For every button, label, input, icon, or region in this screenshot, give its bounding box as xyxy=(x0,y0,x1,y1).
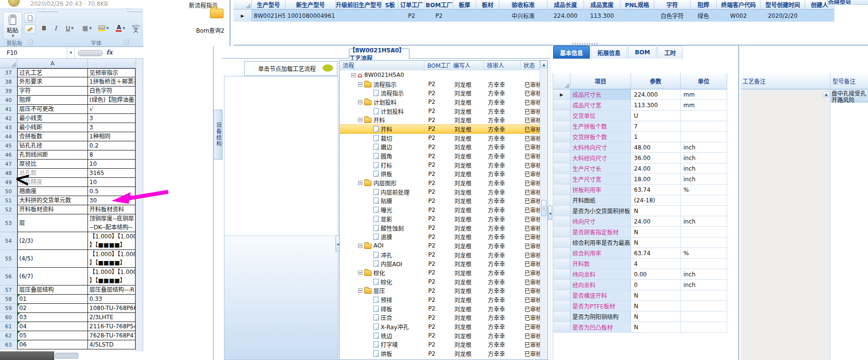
grid-cell[interactable] xyxy=(382,10,398,22)
flow-tree-row[interactable]: X-Ray冲孔P2刘龙根方幸幸已审核 xyxy=(340,322,540,331)
bold-button[interactable]: B xyxy=(38,23,50,34)
grid-column-header[interactable]: 终端客户代码 xyxy=(717,0,761,10)
info-row-selector[interactable] xyxy=(553,216,570,227)
grid-column-header[interactable]: 字符 xyxy=(654,0,691,10)
grid-column-header[interactable]: 新生产型号 xyxy=(285,0,336,10)
tree-column-header[interactable]: 核审人 xyxy=(484,61,521,70)
row-number[interactable]: 56 xyxy=(0,268,17,286)
cell-value[interactable]: 【1.000】【1.000】【■■■■】 xyxy=(88,268,136,286)
grid-cell[interactable]: P2 xyxy=(398,10,425,22)
tree-node[interactable]: 退膜 xyxy=(340,232,424,241)
info-row-selector[interactable] xyxy=(553,195,570,206)
grid-column-header[interactable]: 型号创建时间 xyxy=(761,0,805,10)
grid-cell[interactable]: 白色字符 xyxy=(654,10,691,22)
expand-icon[interactable] xyxy=(358,244,362,248)
flow-tree-row[interactable]: 开料P2刘龙根方幸幸已审核 xyxy=(340,115,540,124)
info-row-selector[interactable] xyxy=(553,311,570,322)
info-row[interactable]: ▶成品尺寸长224.000mm xyxy=(553,89,737,100)
grid-cell[interactable] xyxy=(805,10,834,22)
cell-label[interactable]: (2/3) xyxy=(17,232,88,250)
cell-label[interactable]: 01 xyxy=(17,295,88,304)
flow-tree-row[interactable]: 显影P2刘龙根方幸幸已审核 xyxy=(340,214,540,223)
cell-label[interactable]: 厚径比 xyxy=(17,160,88,169)
grid-column-header[interactable]: 板材 xyxy=(476,0,499,10)
info-row-selector[interactable] xyxy=(553,280,570,290)
tree-node[interactable]: 内层图形 xyxy=(340,178,424,187)
flow-tree-row[interactable]: 曝光P2刘龙根方幸幸已审核 xyxy=(340,205,540,214)
cell-label[interactable]: 层 xyxy=(17,214,88,232)
info-row[interactable]: 开料图纸(24-18) xyxy=(553,195,737,206)
cell-label[interactable]: 06 xyxy=(17,340,88,349)
cell-label[interactable]: 阻焊 xyxy=(17,96,88,105)
cell-value[interactable]: 3165 xyxy=(88,169,136,178)
italic-button[interactable]: I xyxy=(50,23,61,34)
tree-node[interactable]: X-Ray冲孔 xyxy=(340,322,424,331)
info-row[interactable]: 生产尺寸长24.00inch xyxy=(553,163,737,174)
flow-tree-row[interactable]: 贴膜P2刘龙根方幸幸已审核 xyxy=(340,197,540,206)
info-row-selector[interactable] xyxy=(553,322,570,333)
tree-node[interactable]: 流程指示 xyxy=(340,88,424,98)
cell-value[interactable]: 开料板材资料 xyxy=(88,205,136,214)
flow-tree-row[interactable]: 压合P2刘龙根方幸幸已审核 xyxy=(340,313,540,323)
tree-node[interactable]: 层压 xyxy=(340,286,424,296)
grid-column-header[interactable]: BOM工厂 xyxy=(425,0,453,10)
row-number[interactable]: 47 xyxy=(0,160,17,169)
param-value[interactable]: 36.00 xyxy=(631,153,681,163)
flow-tree-row[interactable]: 内层图形P2刘龙根方幸幸已审核 xyxy=(340,178,540,187)
info-row-selector[interactable] xyxy=(553,153,570,163)
tree-node[interactable]: 棕化 xyxy=(340,268,424,277)
name-box[interactable]: F10 xyxy=(0,47,67,58)
tree-node[interactable]: 计划投料 xyxy=(340,107,424,116)
info-row-selector[interactable]: ▶ xyxy=(553,89,570,100)
param-value[interactable]: 0.00 xyxy=(631,269,681,280)
grid-corner[interactable] xyxy=(234,0,252,10)
cell-value[interactable]: 0.33 xyxy=(88,295,136,304)
column-header-b[interactable] xyxy=(88,59,136,68)
cell-value[interactable]: 3 xyxy=(88,123,136,132)
grid-column-header[interactable]: 生产型号 xyxy=(252,0,285,10)
splitter-handle[interactable] xyxy=(571,42,599,46)
font-dialog-launcher[interactable]: ↘ xyxy=(124,40,129,45)
model-remark-content[interactable]: 盘中孔接受孔 开路风险 xyxy=(831,90,868,104)
cell-value[interactable]: 顶铜厚度--底铜厚--DK--配本结构-- xyxy=(88,214,136,232)
param-value[interactable]: N xyxy=(631,290,681,301)
flow-tree-row[interactable]: 层压P2刘龙根方幸幸已审核 xyxy=(340,286,540,296)
flow-tree-row[interactable]: 内层AOIP2刘龙根方幸幸已审核 xyxy=(340,259,540,268)
expand-icon[interactable] xyxy=(358,288,362,293)
flow-tree-row[interactable]: 打字唛P2刘龙根方幸幸已审核 xyxy=(340,340,540,349)
flow-tree-row[interactable]: 排板P2刘龙根方幸幸已审核 xyxy=(340,304,540,313)
param-value[interactable]: 1 xyxy=(631,132,681,142)
cell-label[interactable]: (6/7) xyxy=(17,268,88,286)
flow-tree-row[interactable]: 棕化P2刘龙根方幸幸已审核 xyxy=(340,268,540,277)
font-size-box[interactable]: ·· xyxy=(127,6,142,12)
cell-label[interactable]: 大料拼的交货单元数 xyxy=(17,196,88,205)
param-value[interactable]: 24.00 xyxy=(631,163,681,174)
flow-tree-row[interactable]: 磨边P2刘龙根方幸幸已审核 xyxy=(340,143,540,152)
row-number[interactable]: 37 xyxy=(0,68,17,77)
flow-tree-row[interactable]: 内层前处理P2刘龙根方幸幸已审核 xyxy=(340,187,540,197)
format-painter-button[interactable] xyxy=(24,25,36,34)
cell-label[interactable]: 04 xyxy=(17,322,88,331)
name-box-dropdown[interactable]: ▼ xyxy=(67,47,75,58)
tree-node[interactable]: 压合 xyxy=(340,313,424,323)
param-value[interactable]: 63.74 xyxy=(631,185,681,195)
tab-基本信息[interactable]: 基本信息 xyxy=(553,46,590,59)
info-row[interactable]: 开料数4 xyxy=(553,259,737,269)
row-number[interactable]: 38 xyxy=(0,77,17,87)
copy-button[interactable] xyxy=(24,13,36,23)
sheet-vertical-scrollbar[interactable] xyxy=(136,59,143,351)
cell-value[interactable]: 0.2 xyxy=(88,141,136,150)
flow-tree-row[interactable]: 棕化P2刘龙根方幸幸已审核 xyxy=(340,277,540,286)
cell-label[interactable]: 最小线宽 xyxy=(17,114,88,123)
bom-query-label[interactable]: Bom查询2 xyxy=(196,26,224,34)
flow-tree-row[interactable]: 烘板P2刘龙根方幸幸已审核 xyxy=(340,170,540,179)
sheet-horizontal-scrollbar[interactable] xyxy=(55,353,78,359)
flow-tree-row[interactable]: 退膜P2刘龙根方幸幸已审核 xyxy=(340,232,540,241)
tree-node[interactable]: 内层AOI xyxy=(340,259,424,268)
info-row-selector[interactable] xyxy=(553,185,570,195)
param-value[interactable]: N xyxy=(631,206,681,216)
grid-cell[interactable] xyxy=(453,10,476,22)
info-row-selector[interactable] xyxy=(553,248,570,259)
cell-label[interactable]: (4/5) xyxy=(17,250,88,268)
expand-icon[interactable] xyxy=(358,100,362,104)
